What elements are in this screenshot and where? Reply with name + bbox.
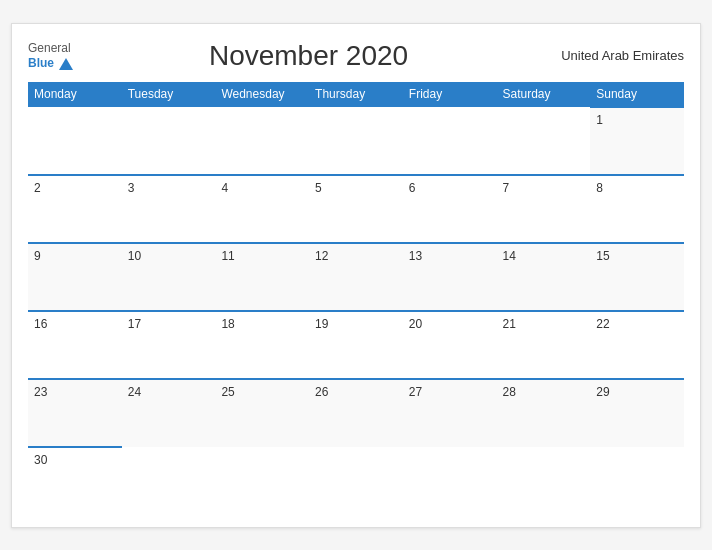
calendar-week-row: 1 [28, 107, 684, 175]
calendar: General Blue November 2020 United Arab E… [11, 23, 701, 528]
calendar-day-cell: 17 [122, 311, 216, 379]
calendar-day-cell [28, 107, 122, 175]
day-number: 14 [503, 249, 516, 263]
header-sunday: Sunday [590, 82, 684, 107]
day-number: 20 [409, 317, 422, 331]
calendar-day-cell: 6 [403, 175, 497, 243]
day-number: 16 [34, 317, 47, 331]
calendar-week-row: 16171819202122 [28, 311, 684, 379]
calendar-week-row: 2345678 [28, 175, 684, 243]
calendar-day-cell: 3 [122, 175, 216, 243]
day-number: 30 [34, 453, 47, 467]
calendar-day-cell: 9 [28, 243, 122, 311]
day-number: 27 [409, 385, 422, 399]
logo-general-text: General [28, 41, 73, 55]
calendar-day-cell [215, 107, 309, 175]
day-number: 3 [128, 181, 135, 195]
day-number: 19 [315, 317, 328, 331]
logo-blue-text: Blue [28, 56, 73, 70]
calendar-day-cell: 11 [215, 243, 309, 311]
calendar-day-cell: 15 [590, 243, 684, 311]
calendar-day-cell: 28 [497, 379, 591, 447]
day-number: 8 [596, 181, 603, 195]
calendar-day-cell: 16 [28, 311, 122, 379]
calendar-day-cell: 7 [497, 175, 591, 243]
calendar-day-cell: 29 [590, 379, 684, 447]
calendar-day-cell [497, 107, 591, 175]
calendar-title: November 2020 [73, 40, 544, 72]
calendar-day-cell: 23 [28, 379, 122, 447]
calendar-day-cell [215, 447, 309, 515]
calendar-day-cell [590, 447, 684, 515]
calendar-day-cell: 24 [122, 379, 216, 447]
header-wednesday: Wednesday [215, 82, 309, 107]
day-number: 21 [503, 317, 516, 331]
calendar-day-cell: 2 [28, 175, 122, 243]
calendar-day-cell: 18 [215, 311, 309, 379]
day-number: 2 [34, 181, 41, 195]
header-thursday: Thursday [309, 82, 403, 107]
day-number: 5 [315, 181, 322, 195]
calendar-day-cell: 19 [309, 311, 403, 379]
calendar-day-cell [122, 447, 216, 515]
calendar-day-cell [309, 107, 403, 175]
header-tuesday: Tuesday [122, 82, 216, 107]
calendar-day-cell: 4 [215, 175, 309, 243]
calendar-week-row: 30 [28, 447, 684, 515]
day-number: 28 [503, 385, 516, 399]
weekday-header-row: Monday Tuesday Wednesday Thursday Friday… [28, 82, 684, 107]
day-number: 12 [315, 249, 328, 263]
day-number: 23 [34, 385, 47, 399]
calendar-day-cell: 10 [122, 243, 216, 311]
calendar-day-cell [122, 107, 216, 175]
day-number: 15 [596, 249, 609, 263]
calendar-day-cell [497, 447, 591, 515]
calendar-week-row: 9101112131415 [28, 243, 684, 311]
day-number: 7 [503, 181, 510, 195]
calendar-day-cell: 5 [309, 175, 403, 243]
calendar-day-cell [403, 107, 497, 175]
calendar-day-cell: 12 [309, 243, 403, 311]
day-number: 29 [596, 385, 609, 399]
day-number: 4 [221, 181, 228, 195]
day-number: 24 [128, 385, 141, 399]
calendar-day-cell [309, 447, 403, 515]
day-number: 11 [221, 249, 234, 263]
day-number: 9 [34, 249, 41, 263]
day-number: 17 [128, 317, 141, 331]
calendar-day-cell: 27 [403, 379, 497, 447]
day-number: 1 [596, 113, 603, 127]
header-saturday: Saturday [497, 82, 591, 107]
calendar-day-cell: 22 [590, 311, 684, 379]
calendar-day-cell: 30 [28, 447, 122, 515]
day-number: 22 [596, 317, 609, 331]
logo-triangle-icon [59, 58, 73, 70]
calendar-day-cell [403, 447, 497, 515]
day-number: 10 [128, 249, 141, 263]
calendar-table: Monday Tuesday Wednesday Thursday Friday… [28, 82, 684, 515]
day-number: 13 [409, 249, 422, 263]
calendar-header: General Blue November 2020 United Arab E… [28, 40, 684, 72]
calendar-day-cell: 14 [497, 243, 591, 311]
calendar-week-row: 23242526272829 [28, 379, 684, 447]
calendar-day-cell: 1 [590, 107, 684, 175]
country-label: United Arab Emirates [544, 48, 684, 63]
calendar-day-cell: 8 [590, 175, 684, 243]
day-number: 18 [221, 317, 234, 331]
header-monday: Monday [28, 82, 122, 107]
day-number: 26 [315, 385, 328, 399]
day-number: 6 [409, 181, 416, 195]
calendar-day-cell: 26 [309, 379, 403, 447]
calendar-day-cell: 25 [215, 379, 309, 447]
calendar-day-cell: 13 [403, 243, 497, 311]
logo: General Blue [28, 41, 73, 70]
day-number: 25 [221, 385, 234, 399]
calendar-day-cell: 20 [403, 311, 497, 379]
calendar-day-cell: 21 [497, 311, 591, 379]
header-friday: Friday [403, 82, 497, 107]
